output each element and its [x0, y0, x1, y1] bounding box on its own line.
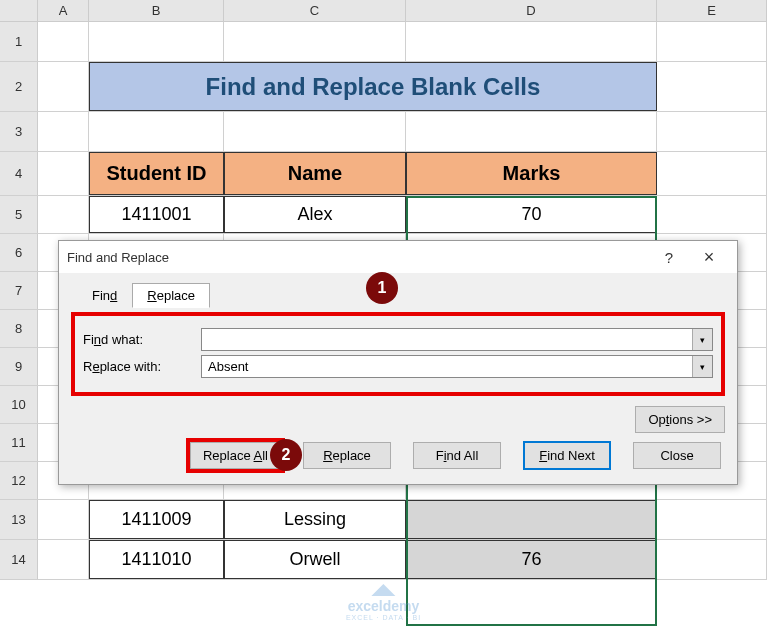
watermark-tag: EXCEL · DATA · BI	[346, 614, 421, 621]
cell[interactable]	[657, 22, 767, 61]
cell[interactable]	[38, 112, 89, 151]
dialog-titlebar[interactable]: Find and Replace ? ×	[59, 241, 737, 273]
find-what-label: Find what:	[83, 332, 201, 347]
chevron-down-icon[interactable]: ▾	[692, 329, 712, 350]
title-cell[interactable]: Find and Replace Blank Cells	[89, 62, 657, 111]
cell-student-id[interactable]: 1411009	[89, 500, 224, 539]
grid-row: 4 Student ID Name Marks	[0, 152, 767, 196]
col-header-e[interactable]: E	[657, 0, 767, 21]
find-what-input[interactable]	[202, 329, 692, 350]
cell[interactable]	[657, 196, 767, 233]
watermark: exceldemy EXCEL · DATA · BI	[346, 582, 421, 621]
callout-1-area: Find what: ▾ Replace with: ▾	[71, 312, 725, 396]
replace-with-combobox[interactable]: ▾	[201, 355, 713, 378]
select-all-corner[interactable]	[0, 0, 38, 21]
close-icon[interactable]: ×	[689, 247, 729, 268]
row-header-10[interactable]: 10	[0, 386, 38, 423]
grid-row: 1	[0, 22, 767, 62]
cell-student-id[interactable]: 1411010	[89, 540, 224, 579]
replace-with-label: Replace with:	[83, 359, 201, 374]
cell[interactable]	[38, 22, 89, 61]
help-button[interactable]: ?	[649, 249, 689, 266]
cell[interactable]	[38, 62, 89, 111]
header-marks[interactable]: Marks	[406, 152, 657, 195]
cell-marks[interactable]	[406, 500, 657, 539]
row-header-9[interactable]: 9	[0, 348, 38, 385]
cell-name[interactable]: Orwell	[224, 540, 406, 579]
cell[interactable]	[38, 540, 89, 579]
cell[interactable]	[89, 22, 224, 61]
row-header-13[interactable]: 13	[0, 500, 38, 539]
watermark-icon	[369, 582, 397, 598]
cell[interactable]	[38, 152, 89, 195]
find-all-button[interactable]: Find All	[413, 442, 501, 469]
watermark-brand: exceldemy	[346, 598, 421, 614]
header-student-id[interactable]: Student ID	[89, 152, 224, 195]
cell[interactable]	[38, 500, 89, 539]
cell-student-id[interactable]: 1411001	[89, 196, 224, 233]
grid-row: 14 1411010 Orwell 76	[0, 540, 767, 580]
cell[interactable]	[406, 112, 657, 151]
callout-badge-2: 2	[270, 439, 302, 471]
grid-row: 2 Find and Replace Blank Cells	[0, 62, 767, 112]
grid-row: 5 1411001 Alex 70	[0, 196, 767, 234]
cell[interactable]	[657, 152, 767, 195]
dialog-title: Find and Replace	[67, 250, 649, 265]
header-name[interactable]: Name	[224, 152, 406, 195]
cell[interactable]	[224, 22, 406, 61]
row-header-6[interactable]: 6	[0, 234, 38, 271]
row-header-12[interactable]: 12	[0, 462, 38, 499]
replace-all-button[interactable]: Replace All	[190, 442, 281, 469]
cell[interactable]	[657, 62, 767, 111]
cell[interactable]	[224, 112, 406, 151]
cell-name[interactable]: Alex	[224, 196, 406, 233]
find-replace-dialog: Find and Replace ? × Find Replace Find w…	[58, 240, 738, 485]
find-what-combobox[interactable]: ▾	[201, 328, 713, 351]
tab-replace[interactable]: Replace	[132, 283, 210, 308]
row-header-3[interactable]: 3	[0, 112, 38, 151]
column-headers: A B C D E	[0, 0, 767, 22]
cell[interactable]	[657, 500, 767, 539]
options-button[interactable]: Options >>	[635, 406, 725, 433]
callout-badge-1: 1	[366, 272, 398, 304]
cell-name[interactable]: Lessing	[224, 500, 406, 539]
col-header-a[interactable]: A	[38, 0, 89, 21]
cell[interactable]	[406, 22, 657, 61]
row-header-14[interactable]: 14	[0, 540, 38, 579]
replace-button[interactable]: Replace	[303, 442, 391, 469]
cell[interactable]	[89, 112, 224, 151]
col-header-d[interactable]: D	[406, 0, 657, 21]
grid-row: 13 1411009 Lessing	[0, 500, 767, 540]
row-header-4[interactable]: 4	[0, 152, 38, 195]
tab-find[interactable]: Find	[77, 283, 132, 308]
row-header-7[interactable]: 7	[0, 272, 38, 309]
cell-marks[interactable]: 76	[406, 540, 657, 579]
replace-with-input[interactable]	[202, 356, 692, 377]
col-header-b[interactable]: B	[89, 0, 224, 21]
cell-marks[interactable]: 70	[406, 196, 657, 233]
close-button[interactable]: Close	[633, 442, 721, 469]
grid-row: 3	[0, 112, 767, 152]
chevron-down-icon[interactable]: ▾	[692, 356, 712, 377]
row-header-5[interactable]: 5	[0, 196, 38, 233]
row-header-11[interactable]: 11	[0, 424, 38, 461]
row-header-8[interactable]: 8	[0, 310, 38, 347]
col-header-c[interactable]: C	[224, 0, 406, 21]
cell[interactable]	[657, 540, 767, 579]
find-next-button[interactable]: Find Next	[523, 441, 611, 470]
svg-marker-0	[371, 584, 395, 596]
row-header-1[interactable]: 1	[0, 22, 38, 61]
row-header-2[interactable]: 2	[0, 62, 38, 111]
cell[interactable]	[38, 196, 89, 233]
cell[interactable]	[657, 112, 767, 151]
tabs: Find Replace	[77, 283, 725, 308]
